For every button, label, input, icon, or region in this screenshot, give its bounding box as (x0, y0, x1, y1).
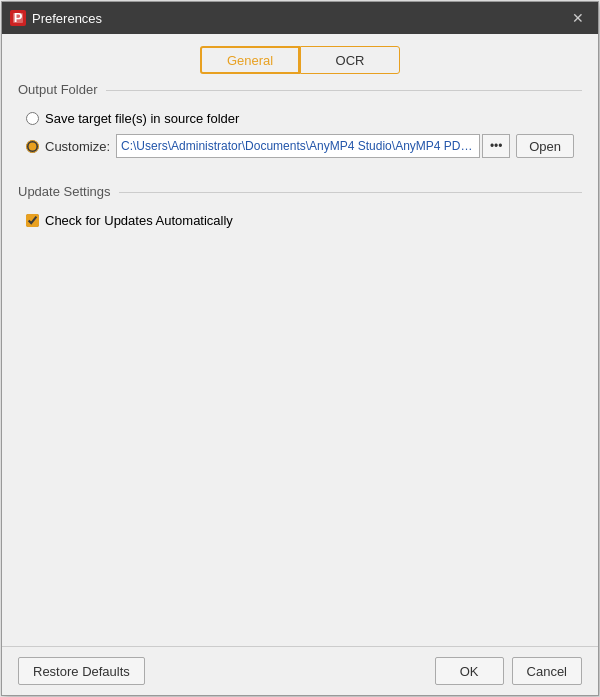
customize-radio[interactable] (26, 140, 39, 153)
save-source-label: Save target file(s) in source folder (45, 111, 239, 126)
tab-ocr[interactable]: OCR (300, 46, 400, 74)
output-folder-section: Output Folder Save target file(s) in sou… (18, 82, 582, 168)
update-settings-content: Check for Updates Automatically (18, 207, 582, 234)
content-area: Output Folder Save target file(s) in sou… (2, 82, 598, 646)
title-bar: P Preferences ✕ (2, 2, 598, 34)
save-source-radio[interactable] (26, 112, 39, 125)
close-button[interactable]: ✕ (566, 6, 590, 30)
tabs-row: General OCR (2, 34, 598, 82)
path-input[interactable] (116, 134, 480, 158)
restore-defaults-button[interactable]: Restore Defaults (18, 657, 145, 685)
output-folder-header: Output Folder (18, 82, 582, 97)
bottom-bar: Restore Defaults OK Cancel (2, 646, 598, 695)
preferences-dialog: P Preferences ✕ General OCR Output Folde… (1, 1, 599, 696)
save-source-row: Save target file(s) in source folder (26, 111, 574, 126)
output-folder-content: Save target file(s) in source folder Cus… (18, 105, 582, 168)
cancel-button[interactable]: Cancel (512, 657, 582, 685)
open-button[interactable]: Open (516, 134, 574, 158)
check-updates-row: Check for Updates Automatically (26, 213, 574, 228)
browse-dots-button[interactable]: ••• (482, 134, 510, 158)
update-settings-header: Update Settings (18, 184, 582, 199)
dialog-title: Preferences (32, 11, 566, 26)
svg-text:P: P (14, 12, 23, 24)
customize-row: Customize: ••• Open (26, 134, 574, 158)
check-updates-checkbox[interactable] (26, 214, 39, 227)
ok-button[interactable]: OK (435, 657, 504, 685)
check-updates-label: Check for Updates Automatically (45, 213, 233, 228)
update-settings-section: Update Settings Check for Updates Automa… (18, 184, 582, 234)
app-icon: P (10, 10, 26, 26)
customize-label: Customize: (45, 139, 110, 154)
bottom-right-buttons: OK Cancel (435, 657, 582, 685)
tab-general[interactable]: General (200, 46, 300, 74)
